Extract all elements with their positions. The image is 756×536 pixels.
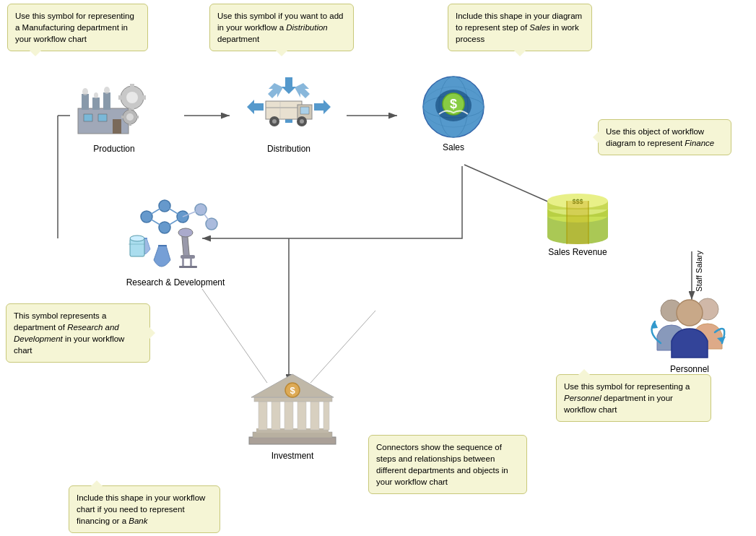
svg-point-91 (677, 300, 703, 326)
svg-rect-19 (98, 114, 107, 121)
svg-point-43 (272, 119, 277, 124)
svg-rect-99 (284, 401, 293, 430)
svg-point-28 (126, 113, 134, 121)
svg-rect-63 (567, 201, 588, 244)
svg-point-17 (104, 87, 110, 94)
svg-text:$: $ (450, 97, 457, 111)
svg-rect-32 (136, 116, 139, 118)
svg-rect-100 (297, 401, 306, 430)
tooltip-rd: This symbol represents a department of R… (6, 303, 150, 363)
svg-rect-98 (271, 401, 280, 430)
tooltip-manufacturing: Use this symbol for representing a Manuf… (7, 4, 148, 51)
svg-rect-12 (82, 94, 89, 110)
svg-rect-101 (310, 401, 319, 430)
svg-rect-97 (258, 401, 267, 430)
svg-rect-78 (182, 235, 190, 257)
svg-rect-25 (118, 95, 123, 100)
svg-rect-103 (254, 397, 332, 402)
svg-rect-26 (141, 95, 146, 100)
production-label: Production (93, 144, 134, 154)
tooltip-connectors: Connectors show the sequence of steps an… (368, 435, 527, 494)
svg-point-22 (126, 92, 138, 103)
svg-point-45 (300, 119, 304, 124)
svg-point-88 (130, 235, 144, 241)
svg-rect-41 (300, 107, 309, 114)
svg-rect-18 (84, 114, 92, 121)
svg-rect-95 (253, 432, 332, 438)
svg-marker-37 (295, 83, 310, 98)
svg-text:$: $ (290, 385, 295, 396)
svg-marker-33 (282, 77, 296, 94)
tooltip-distribution: Use this symbol if you want to add in yo… (209, 4, 354, 51)
svg-point-79 (178, 228, 193, 237)
distribution-label: Distribution (267, 144, 310, 154)
sales-label: Sales (443, 142, 464, 152)
svg-marker-38 (268, 83, 283, 98)
svg-rect-30 (129, 123, 131, 126)
sales-revenue-label: Sales Revenue (548, 247, 607, 257)
svg-rect-13 (92, 98, 100, 110)
svg-rect-83 (179, 266, 197, 268)
tooltip-finance: Use this object of workflow diagram to r… (598, 119, 731, 155)
svg-rect-80 (181, 255, 195, 259)
tooltip-sales: Include this shape in your diagram to re… (448, 4, 592, 51)
svg-rect-94 (249, 437, 336, 444)
svg-point-15 (82, 88, 88, 95)
rd-label: Research & Development (126, 277, 225, 288)
node-sales: $ Sales (410, 71, 497, 152)
svg-rect-102 (323, 401, 329, 430)
tooltip-personnel: Use this symbol for representing a Perso… (556, 374, 711, 422)
svg-point-16 (94, 92, 98, 98)
personnel-label: Personnel (670, 364, 709, 374)
svg-rect-31 (121, 116, 124, 118)
tooltip-investment: Include this shape in your workflow char… (69, 485, 220, 533)
svg-marker-36 (247, 100, 264, 114)
investment-label: Investment (271, 451, 314, 461)
node-personnel: Personnel (646, 289, 733, 374)
svg-rect-23 (130, 84, 134, 89)
node-production: Production (71, 72, 157, 154)
svg-rect-29 (129, 108, 131, 111)
svg-rect-14 (103, 92, 110, 110)
node-distribution: Distribution (246, 76, 332, 154)
svg-marker-34 (314, 100, 331, 114)
node-sales-revenue: $$$ Sales Revenue (542, 194, 614, 257)
node-rd: Research & Development (121, 195, 230, 288)
node-investment: $ Investment (246, 368, 339, 461)
svg-rect-20 (113, 119, 121, 134)
svg-rect-39 (266, 101, 302, 119)
